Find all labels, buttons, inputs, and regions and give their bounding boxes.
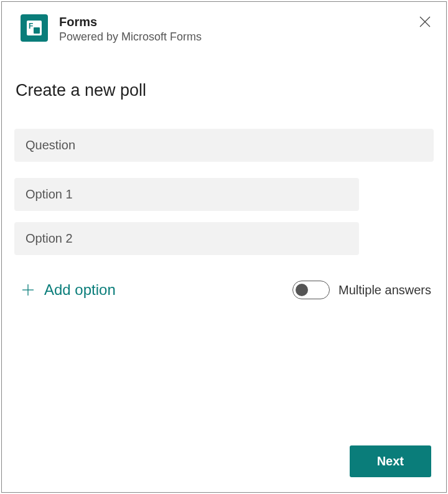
option-input-1[interactable]	[14, 178, 359, 211]
next-button[interactable]: Next	[350, 445, 431, 477]
add-option-label: Add option	[44, 281, 116, 299]
controls-row: Add option Multiple answers	[14, 279, 434, 301]
multiple-answers-label: Multiple answers	[338, 283, 431, 297]
dialog-content: Create a new poll Add option Multiple an…	[2, 54, 446, 445]
dialog-footer: Next	[2, 445, 446, 492]
close-button[interactable]	[416, 13, 434, 30]
toggle-knob	[296, 284, 308, 296]
close-icon	[419, 16, 431, 27]
app-subtitle: Powered by Microsoft Forms	[59, 30, 202, 44]
forms-poll-dialog: Forms Powered by Microsoft Forms Create …	[1, 1, 447, 493]
add-option-button[interactable]: Add option	[14, 279, 121, 301]
plus-icon	[19, 281, 37, 299]
dialog-header: Forms Powered by Microsoft Forms	[2, 2, 446, 54]
page-title: Create a new poll	[14, 81, 434, 100]
header-text: Forms Powered by Microsoft Forms	[59, 14, 202, 44]
forms-app-icon	[21, 14, 48, 42]
multiple-answers-group: Multiple answers	[292, 281, 431, 299]
option-input-2[interactable]	[14, 222, 359, 255]
app-title: Forms	[59, 14, 202, 29]
question-input[interactable]	[14, 129, 434, 162]
multiple-answers-toggle[interactable]	[292, 281, 330, 299]
